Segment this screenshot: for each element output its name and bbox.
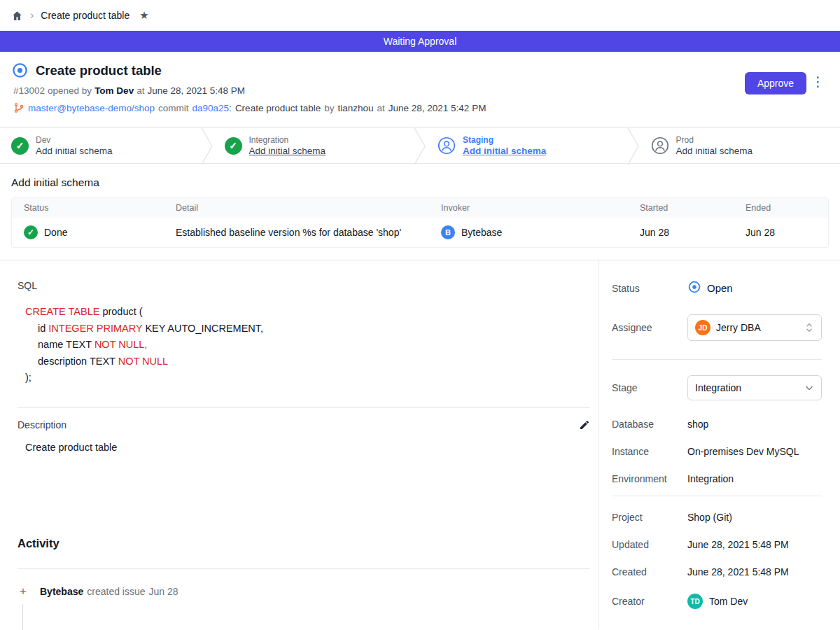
stage-separator-icon (414, 128, 426, 164)
sql-line: description TEXT NOT NULL (25, 354, 590, 370)
created-label: Created (612, 566, 687, 578)
activity-date: Jun 28 (149, 586, 178, 597)
stage-separator-icon (627, 128, 640, 164)
stage-task-link[interactable]: Add initial schema (249, 146, 326, 156)
table-header-ended: Ended (746, 203, 828, 213)
divider (612, 496, 822, 496)
edit-pencil-icon[interactable] (579, 419, 590, 430)
sql-line: name TEXT NOT NULL, (25, 337, 590, 354)
open-status-icon (687, 280, 701, 296)
stage-task-link[interactable]: Add initial schema (463, 146, 546, 156)
commit-by: by (324, 103, 334, 113)
task-section: Add initial schema StatusDetailInvokerSt… (0, 164, 840, 248)
status-value: Open (687, 280, 733, 296)
assignee-select[interactable]: JD Jerry DBA (687, 314, 822, 341)
stage-row: Stage Integration (612, 375, 822, 400)
sql-line: CREATE TABLE product ( (25, 304, 590, 321)
divider (612, 359, 822, 360)
pipeline-stage-staging[interactable]: StagingAdd initial schema (426, 128, 627, 163)
issue-title: Create product table (36, 63, 162, 78)
database-value[interactable]: shop (687, 419, 708, 430)
person-icon (651, 136, 669, 155)
stage-task-link[interactable]: Add initial schema (676, 146, 753, 156)
kebab-menu-icon[interactable]: ⋮ (811, 71, 825, 93)
stage-label: Stage (612, 382, 687, 393)
plus-icon: + (18, 584, 29, 598)
creator-value: TD Tom Dev (687, 594, 748, 609)
commit-line: master@bytebase-demo/shop commit da90a25… (13, 102, 829, 113)
issue-sidebar: Status Open Assignee JD Jerry DBA (598, 260, 840, 629)
breadcrumb-bar: › Create product table ★ (0, 0, 840, 31)
created-value: June 28, 2021 5:48 PM (687, 566, 789, 578)
project-row: Project Shop (Git) (612, 512, 822, 523)
sql-code-block: CREATE TABLE product (id INTEGER PRIMARY… (25, 304, 590, 386)
assignee-avatar: JD (695, 320, 710, 335)
commit-hash-link[interactable]: da90a25 (192, 103, 230, 113)
task-invoker-cell: B Bytebase (441, 225, 640, 239)
stage-done-check-icon: ✓ (225, 137, 242, 155)
task-table-row[interactable]: ✓ Done Established baseline version %s f… (12, 218, 828, 247)
stage-select-value: Integration (695, 382, 741, 393)
commit-at: at (377, 103, 385, 113)
issue-meta: #13002 opened by Tom Dev at June 28, 202… (13, 85, 829, 96)
created-row: Created June 28, 2021 5:48 PM (612, 566, 822, 578)
updated-value: June 28, 2021 5:48 PM (687, 539, 789, 550)
assignee-row: Assignee JD Jerry DBA (612, 314, 822, 341)
person-icon (438, 136, 456, 155)
stage-separator-icon (201, 128, 214, 164)
approve-button[interactable]: Approve (745, 72, 806, 94)
pipeline-stage-integration[interactable]: ✓IntegrationAdd initial schema (214, 128, 414, 163)
status-text: Open (707, 282, 733, 294)
commit-message: Create product table (235, 103, 321, 113)
creator-avatar: TD (687, 594, 703, 609)
activity-action: created issue (87, 586, 145, 597)
table-header-started: Started (640, 203, 746, 213)
updated-row: Updated June 28, 2021 5:48 PM (612, 539, 822, 550)
sql-line: id INTEGER PRIMARY KEY AUTO_INCREMENT, (25, 321, 590, 337)
pipeline-stages: ✓DevAdd initial schema✓IntegrationAdd in… (0, 127, 840, 164)
description-header: Description (18, 419, 590, 430)
environment-value: Integration (687, 473, 734, 484)
task-status: Done (44, 227, 67, 238)
updated-label: Updated (612, 539, 687, 550)
table-header-status: Status (24, 203, 176, 213)
creator-row: Creator TD Tom Dev (612, 594, 822, 609)
breadcrumb-title[interactable]: Create product table (41, 10, 130, 21)
assignee-name: Jerry DBA (716, 322, 761, 333)
breadcrumb-chevron-icon: › (30, 10, 34, 21)
stage-name: Staging (463, 135, 546, 145)
task-ended: Jun 28 (746, 227, 828, 238)
pipeline-stage-dev[interactable]: ✓DevAdd initial schema (0, 128, 201, 163)
status-label: Status (612, 283, 687, 294)
git-branch-icon (13, 102, 24, 113)
creator-label: Creator (612, 596, 687, 607)
instance-value[interactable]: On-premises Dev MySQL (687, 446, 799, 457)
chevron-down-icon (804, 383, 814, 393)
done-check-icon: ✓ (24, 225, 38, 239)
activity-title: Activity (18, 537, 590, 550)
commit-repo-link[interactable]: master@bytebase-demo/shop (28, 103, 155, 113)
issue-detail-panel: SQL CREATE TABLE product (id INTEGER PRI… (0, 260, 598, 629)
creator-name: Tom Dev (709, 596, 748, 607)
task-started: Jun 28 (640, 227, 746, 238)
activity-actor: Bytebase (40, 586, 83, 597)
environment-label: Environment (612, 473, 687, 484)
home-icon[interactable] (11, 10, 23, 22)
stage-task-link[interactable]: Add initial schema (36, 146, 113, 156)
stage-select[interactable]: Integration (687, 375, 822, 400)
issue-open-icon (11, 62, 29, 79)
stage-done-check-icon: ✓ (11, 137, 29, 155)
waiting-approval-banner: Waiting Approval (0, 31, 840, 52)
bytebase-avatar: B (441, 225, 455, 239)
sql-line: ); (25, 370, 590, 386)
pipeline-stage-prod[interactable]: ProdAdd initial schema (640, 128, 840, 163)
commit-author: tianzhou (337, 103, 373, 113)
star-icon[interactable]: ★ (139, 9, 148, 22)
task-table: StatusDetailInvokerStartedEnded ✓ Done E… (11, 197, 829, 248)
issue-number: #13002 (13, 85, 45, 96)
task-table-header: StatusDetailInvokerStartedEnded (12, 198, 828, 218)
assignee-label: Assignee (612, 322, 687, 333)
task-status-cell: ✓ Done (24, 225, 176, 239)
project-value[interactable]: Shop (Git) (687, 512, 732, 523)
bytebase-issue-page: › Create product table ★ Waiting Approva… (0, 0, 840, 630)
